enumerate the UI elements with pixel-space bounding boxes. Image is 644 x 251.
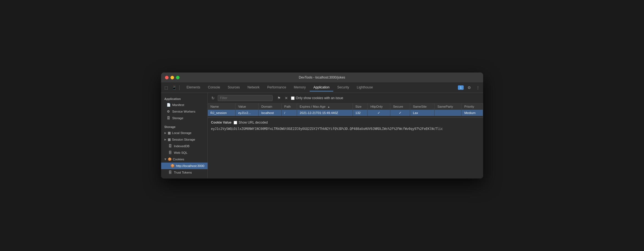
- sidebar-item-storage-label: Storage: [172, 116, 183, 120]
- show-issues-label: Only show cookies with an issue: [296, 96, 343, 100]
- sort-arrow-icon: ▲: [327, 105, 330, 108]
- sidebar-item-session-storage[interactable]: ▶ ▦ Session Storage: [161, 136, 208, 143]
- tab-memory[interactable]: Memory: [290, 84, 309, 91]
- cell-secure: ✓: [390, 110, 410, 116]
- sidebar-item-localhost[interactable]: 🍪 http://localhost:3000: [161, 163, 208, 169]
- sidebar-item-trust-tokens[interactable]: 🗄 Trust Tokens: [161, 169, 208, 176]
- session-storage-arrow: ▶: [164, 138, 166, 141]
- col-header-priority[interactable]: Priority: [461, 104, 483, 110]
- col-header-secure[interactable]: Secure: [390, 104, 410, 110]
- window-title: DevTools - localhost:3000/jokes: [299, 76, 345, 79]
- cookie-table-wrapper: Name Value Domain Path Expires / Max-Age…: [208, 104, 483, 118]
- cell-sameparty: [435, 110, 461, 116]
- tab-lighthouse[interactable]: Lighthouse: [353, 84, 377, 91]
- tab-network[interactable]: Network: [244, 84, 264, 91]
- col-header-sameparty[interactable]: SameParty: [435, 104, 461, 110]
- sidebar-item-cookies-label: Cookies: [173, 158, 184, 161]
- tab-bar-right-controls: 1 ⚙ ⋮: [458, 84, 481, 91]
- sidebar-item-localhost-label: http://localhost:3000: [176, 164, 205, 168]
- local-storage-icon: ▦: [168, 131, 171, 135]
- sidebar-item-manifest[interactable]: 📄 Manifest: [161, 102, 208, 108]
- col-header-size[interactable]: Size: [352, 104, 368, 110]
- tab-security[interactable]: Security: [333, 84, 353, 91]
- sidebar-item-storage[interactable]: 🗄 Storage: [161, 115, 208, 121]
- cell-httponly: ✓: [368, 110, 390, 116]
- device-icon[interactable]: 📱: [171, 84, 178, 91]
- storage-section-title: Storage: [161, 124, 208, 130]
- cell-samesite: Lax: [410, 110, 435, 116]
- cell-value: eyJ1c2...: [235, 110, 258, 116]
- cell-path: /: [281, 110, 297, 116]
- cookies-arrow: ▶: [164, 158, 167, 160]
- tab-divider: [179, 85, 180, 90]
- more-icon[interactable]: ⋮: [475, 84, 481, 91]
- sidebar: Application 📄 Manifest ⚙ Service Workers…: [161, 93, 208, 179]
- col-header-name[interactable]: Name: [208, 104, 236, 110]
- session-storage-icon: ▦: [168, 138, 171, 141]
- tab-application[interactable]: Application: [310, 84, 334, 91]
- sidebar-item-cookies[interactable]: ▶ 🍪 Cookies: [161, 156, 208, 163]
- sidebar-item-websql[interactable]: 🗄 Web SQL: [161, 149, 208, 156]
- col-header-path[interactable]: Path: [281, 104, 297, 110]
- sidebar-item-manifest-label: Manifest: [172, 103, 184, 107]
- cookie-table: Name Value Domain Path Expires / Max-Age…: [208, 104, 483, 118]
- messages-badge[interactable]: 1: [458, 85, 463, 90]
- cookie-value-header: Cookie Value Show URL decoded: [211, 121, 480, 124]
- show-url-decoded-label[interactable]: Show URL decoded: [234, 121, 268, 124]
- tab-console[interactable]: Console: [204, 84, 224, 91]
- tab-elements[interactable]: Elements: [183, 84, 204, 91]
- sidebar-item-service-workers[interactable]: ⚙ Service Workers: [161, 108, 208, 115]
- manifest-icon: 📄: [167, 103, 170, 107]
- col-header-httponly[interactable]: HttpOnly: [368, 104, 390, 110]
- sidebar-item-service-workers-label: Service Workers: [172, 110, 195, 113]
- service-workers-icon: ⚙: [167, 110, 170, 113]
- maximize-button[interactable]: [176, 76, 180, 79]
- devtools-window: DevTools - localhost:3000/jokes ⬚ 📱 Elem…: [161, 72, 483, 179]
- cookie-value-text: eyJ1c2VySWQiOilxZGM0NWY1NC00MDYxLTRkOWUt…: [211, 127, 480, 131]
- col-header-samesite[interactable]: SameSite: [410, 104, 435, 110]
- filter-input[interactable]: [218, 95, 273, 101]
- sidebar-item-indexeddb[interactable]: 🗄 IndexedDB: [161, 143, 208, 149]
- refresh-button[interactable]: ↻: [211, 95, 215, 101]
- title-bar: DevTools - localhost:3000/jokes: [161, 72, 483, 82]
- tab-performance[interactable]: Performance: [264, 84, 290, 91]
- cookie-value-title: Cookie Value: [211, 121, 232, 124]
- content-area: ↻ ⚑ ✕ Only show cookies with an issue: [208, 93, 483, 179]
- filter-issues-icon[interactable]: ⚑: [276, 95, 282, 101]
- main-layout: Application 📄 Manifest ⚙ Service Workers…: [161, 93, 483, 179]
- table-header-row: Name Value Domain Path Expires / Max-Age…: [208, 104, 483, 110]
- show-issues-checkbox[interactable]: [291, 96, 295, 100]
- content-toolbar: ↻ ⚑ ✕ Only show cookies with an issue: [208, 93, 483, 104]
- localhost-icon: 🍪: [170, 164, 174, 168]
- col-header-domain[interactable]: Domain: [259, 104, 282, 110]
- empty-row: [208, 116, 483, 118]
- tab-sources[interactable]: Sources: [224, 84, 244, 91]
- show-issues-checkbox-label[interactable]: Only show cookies with an issue: [291, 96, 343, 100]
- tab-bar: ⬚ 📱 Elements Console Sources Network Per…: [161, 82, 483, 93]
- storage-icon: 🗄: [167, 116, 170, 120]
- close-button[interactable]: [165, 76, 169, 79]
- cookie-value-section: Cookie Value Show URL decoded eyJ1c2VySW…: [208, 118, 483, 134]
- table-row[interactable]: RJ_session eyJ1c2... localhost / 2021-12…: [208, 110, 483, 116]
- cookies-icon: 🍪: [168, 157, 172, 161]
- show-url-decoded-checkbox[interactable]: [234, 121, 237, 124]
- trust-tokens-icon: 🗄: [168, 171, 172, 174]
- cell-domain: localhost: [259, 110, 282, 116]
- cell-priority: Medium: [461, 110, 483, 116]
- show-url-decoded-text: Show URL decoded: [239, 121, 268, 124]
- sidebar-item-websql-label: Web SQL: [174, 151, 188, 154]
- inspect-icon[interactable]: ⬚: [163, 84, 169, 91]
- col-header-expires[interactable]: Expires / Max-Age ▲: [297, 104, 352, 110]
- sidebar-item-session-storage-label: Session Storage: [172, 138, 195, 141]
- tabs-container: Elements Console Sources Network Perform…: [183, 84, 458, 91]
- sidebar-item-local-storage[interactable]: ▶ ▦ Local Storage: [161, 130, 208, 136]
- sidebar-item-indexeddb-label: IndexedDB: [174, 144, 190, 148]
- minimize-button[interactable]: [170, 76, 174, 79]
- clear-filter-icon[interactable]: ✕: [284, 95, 289, 101]
- sidebar-item-local-storage-label: Local Storage: [172, 131, 192, 135]
- app-section-title: Application: [161, 96, 208, 102]
- col-header-value[interactable]: Value: [235, 104, 258, 110]
- local-storage-arrow: ▶: [164, 132, 166, 134]
- traffic-lights: [165, 76, 180, 79]
- settings-icon[interactable]: ⚙: [466, 84, 472, 91]
